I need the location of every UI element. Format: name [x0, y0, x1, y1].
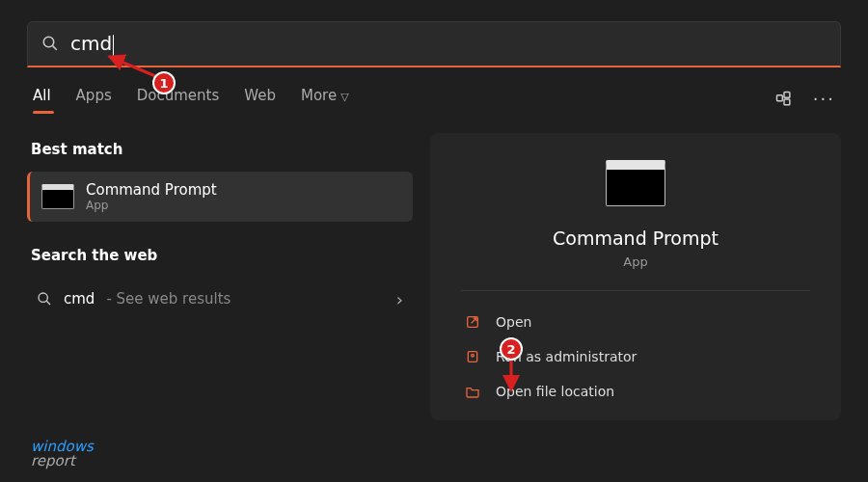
svg-line-1	[53, 46, 57, 50]
command-prompt-icon	[41, 184, 74, 209]
open-icon	[465, 314, 482, 330]
svg-line-6	[46, 301, 50, 305]
more-options-icon[interactable]: ···	[813, 89, 835, 109]
search-web-heading: Search the web	[31, 247, 409, 264]
annotation-badge-1: 1	[152, 71, 176, 94]
search-query-text: cmd	[70, 32, 112, 55]
search-icon	[37, 291, 52, 307]
folder-icon	[465, 384, 482, 399]
web-search-result[interactable]: cmd - See web results ›	[27, 278, 413, 321]
results-left-column: Best match Command Prompt App Search the…	[27, 133, 413, 420]
tab-web[interactable]: Web	[244, 87, 276, 112]
results-area: Best match Command Prompt App Search the…	[27, 133, 841, 420]
annotation-arrow-2	[502, 357, 521, 395]
web-result-term: cmd	[64, 290, 95, 308]
chevron-down-icon: ▽	[340, 91, 348, 103]
divider	[461, 290, 810, 291]
shield-icon	[465, 349, 482, 364]
tab-documents[interactable]: Documents	[137, 87, 220, 112]
result-title: Command Prompt	[86, 181, 217, 199]
svg-point-5	[39, 293, 47, 302]
details-pane: Command Prompt App Open Run as administr…	[430, 133, 841, 420]
watermark: windows report	[31, 440, 94, 469]
details-title: Command Prompt	[461, 228, 810, 249]
svg-rect-4	[784, 99, 790, 105]
result-subtitle: App	[86, 199, 217, 212]
best-match-result[interactable]: Command Prompt App	[27, 172, 413, 222]
svg-point-0	[43, 38, 54, 48]
details-subtitle: App	[461, 254, 810, 269]
svg-point-9	[472, 354, 475, 357]
annotation-badge-2: 2	[500, 337, 523, 361]
filter-tabs: All Apps Documents Web More▽ ···	[33, 87, 835, 112]
action-open[interactable]: Open	[461, 305, 810, 339]
apps-grid-icon[interactable]	[774, 90, 794, 109]
search-icon	[41, 35, 59, 52]
best-match-heading: Best match	[31, 141, 409, 158]
svg-rect-3	[784, 92, 790, 97]
search-input[interactable]: cmd	[70, 32, 827, 56]
chevron-right-icon: ›	[396, 289, 403, 309]
watermark-line2: report	[31, 454, 94, 469]
tab-all[interactable]: All	[33, 87, 51, 112]
web-result-suffix: - See web results	[106, 290, 231, 308]
tab-more[interactable]: More▽	[301, 87, 349, 112]
command-prompt-icon-large	[606, 160, 665, 206]
svg-rect-2	[776, 94, 782, 100]
svg-line-10	[110, 57, 160, 78]
tab-apps[interactable]: Apps	[76, 87, 112, 112]
action-label: Open	[496, 314, 531, 330]
